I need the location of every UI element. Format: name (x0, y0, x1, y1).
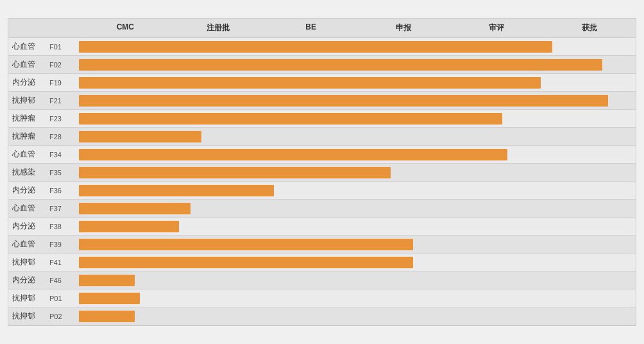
cell-domain: 抗抑郁 (8, 257, 47, 268)
chart-row: 内分泌F36 (8, 182, 636, 200)
cell-bar (79, 236, 636, 253)
cell-domain: 心血管 (8, 59, 47, 70)
cell-id: F35 (47, 169, 79, 176)
cell-bar (79, 271, 636, 289)
chart-row: 心血管F01 (8, 38, 636, 56)
cell-id: F38 (47, 223, 79, 230)
bar (79, 293, 140, 304)
bar (79, 131, 201, 142)
bar (79, 311, 135, 322)
cell-bar (79, 128, 636, 145)
cell-id: P02 (47, 313, 79, 320)
stage-header-CMC: CMC (79, 22, 172, 33)
cell-domain: 内分泌 (8, 185, 47, 196)
bar (79, 77, 541, 89)
chart-row: 抗抑郁F41 (8, 254, 636, 271)
cell-domain: 内分泌 (8, 221, 47, 232)
bar (79, 113, 502, 125)
cell-id: P01 (47, 295, 79, 302)
cell-domain: 心血管 (8, 239, 47, 250)
cell-bar (79, 289, 636, 307)
stage-headers: CMC注册批BE申报审评获批 (79, 22, 636, 33)
cell-domain: 抗抑郁 (8, 311, 47, 322)
cell-domain: 心血管 (8, 41, 47, 52)
chart-row: 内分泌F19 (8, 74, 636, 92)
stage-header-BE: BE (264, 22, 357, 33)
cell-bar (79, 92, 636, 109)
bar (79, 167, 391, 178)
stage-header-审评: 审评 (450, 22, 543, 33)
bar (79, 41, 552, 53)
cell-id: F46 (47, 277, 79, 284)
bar (79, 221, 179, 232)
chart-row: 心血管F02 (8, 56, 636, 74)
chart-body: 心血管F01心血管F02内分泌F19抗抑郁F21抗肿瘤F23抗肿瘤F28心血管F… (8, 38, 636, 325)
chart-row: 抗抑郁P02 (8, 307, 636, 325)
cell-bar (79, 110, 636, 127)
chart-header: CMC注册批BE申报审评获批 (8, 19, 636, 38)
cell-id: F19 (47, 79, 79, 87)
chart-row: 抗感染F35 (8, 164, 636, 182)
cell-domain: 心血管 (8, 149, 47, 160)
col-id-header (13, 22, 19, 33)
cell-bar (79, 74, 636, 91)
chart-row: 抗肿瘤F28 (8, 128, 636, 146)
stage-header-获批: 获批 (543, 22, 636, 33)
cell-id: F21 (47, 97, 79, 105)
bar (79, 149, 507, 160)
stage-header-申报: 申报 (357, 22, 450, 33)
cell-domain: 内分泌 (8, 275, 47, 286)
cell-bar (79, 56, 636, 73)
cell-id: F37 (47, 205, 79, 212)
cell-domain: 抗抑郁 (8, 293, 47, 304)
cell-domain: 抗肿瘤 (8, 113, 47, 124)
bar (79, 185, 274, 196)
cell-domain: 抗抑郁 (8, 95, 47, 106)
cell-id: F39 (47, 241, 79, 248)
cell-id: F28 (47, 133, 79, 141)
bar (79, 59, 602, 71)
cell-domain: 抗感染 (8, 167, 47, 178)
bar (79, 239, 413, 250)
cell-id: F01 (47, 43, 79, 51)
bar (79, 257, 413, 268)
cell-id: F02 (47, 61, 79, 69)
bar (79, 203, 191, 214)
stage-header-注册批: 注册批 (172, 22, 265, 33)
cell-bar (79, 164, 636, 181)
bar (79, 95, 608, 107)
chart-row: 抗肿瘤F23 (8, 110, 636, 128)
chart-row: 内分泌F46 (8, 271, 636, 289)
cell-bar (79, 146, 636, 163)
cell-bar (79, 38, 636, 55)
cell-domain: 抗肿瘤 (8, 131, 47, 142)
cell-bar (79, 254, 636, 271)
cell-id: F34 (47, 151, 79, 159)
cell-bar (79, 307, 636, 325)
bar (79, 275, 135, 286)
cell-id: F41 (47, 259, 79, 266)
chart-row: 抗抑郁F21 (8, 92, 636, 110)
cell-id: F23 (47, 115, 79, 123)
cell-id: F36 (47, 187, 79, 194)
chart-row: 心血管F39 (8, 236, 636, 254)
cell-bar (79, 200, 636, 217)
chart-row: 内分泌F38 (8, 218, 636, 236)
chart-row: 抗抑郁P01 (8, 289, 636, 307)
cell-bar (79, 218, 636, 235)
chart-container: CMC注册批BE申报审评获批 心血管F01心血管F02内分泌F19抗抑郁F21抗… (8, 18, 636, 326)
cell-domain: 内分泌 (8, 77, 47, 88)
cell-domain: 心血管 (8, 203, 47, 214)
chart-row: 心血管F34 (8, 146, 636, 164)
chart-row: 心血管F37 (8, 200, 636, 218)
cell-bar (79, 182, 636, 199)
col-domain-header (8, 22, 13, 33)
